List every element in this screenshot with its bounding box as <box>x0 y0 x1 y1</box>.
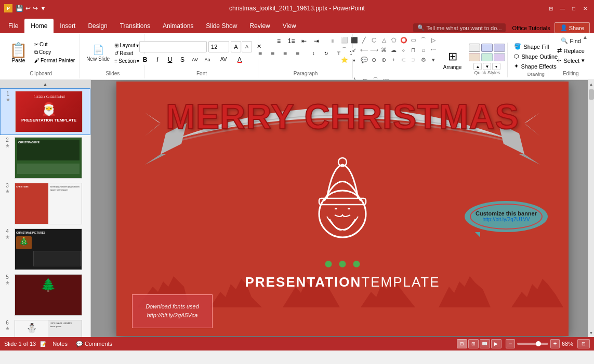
style-down-button[interactable]: ▼ <box>483 63 491 70</box>
bullets-button[interactable]: ≡ <box>273 35 285 47</box>
underline-button[interactable]: U <box>164 54 176 65</box>
reset-button[interactable]: ↺ Reset <box>113 50 141 57</box>
shape-item[interactable]: ▷ <box>429 35 438 45</box>
strikethrough-button[interactable]: S <box>177 54 188 65</box>
scroll-thumb[interactable] <box>589 89 594 100</box>
shape-item[interactable]: ⟶ <box>369 45 379 55</box>
shape-item[interactable]: ⭕ <box>399 35 408 45</box>
decrease-font-size-button[interactable]: A <box>242 41 252 52</box>
shape-item[interactable]: ⬧ <box>350 55 359 64</box>
shape-more[interactable]: ▾ <box>429 55 438 64</box>
office-tutorials-link[interactable]: Office Tutorials <box>512 25 550 31</box>
tab-insert[interactable]: Insert <box>54 19 82 33</box>
new-slide-button[interactable]: 📄 New Slide <box>84 43 112 63</box>
redo-icon[interactable]: ↪ <box>33 5 38 12</box>
character-spacing-button[interactable]: AV <box>218 54 229 65</box>
slide-thumbnail-2[interactable]: 2 ★ CHRISTMAS EVE <box>0 135 90 181</box>
slide-thumbnail-4[interactable]: 4 ★ CHRISTMAS PICTURES 🎄 <box>0 226 90 272</box>
small-caps-button[interactable]: AV <box>189 54 201 65</box>
minimize-button[interactable]: — <box>558 4 567 13</box>
align-left-button[interactable]: ≡ <box>255 48 266 59</box>
zoom-in-button[interactable]: + <box>550 339 560 348</box>
slide-area-scrollbar[interactable]: ▲ ▼ <box>588 80 594 337</box>
tab-view[interactable]: View <box>276 19 302 33</box>
shape-item[interactable]: ⬠ <box>389 35 399 45</box>
bold-button[interactable]: B <box>139 54 151 65</box>
decrease-indent-button[interactable]: ⇤ <box>298 35 310 47</box>
select-button[interactable]: ⊹ Select ▾ <box>553 56 588 65</box>
shape-item[interactable]: ⬜ <box>340 35 349 45</box>
shape-item[interactable]: ⌂ <box>419 45 428 55</box>
font-size-input[interactable] <box>208 41 229 52</box>
slide-sorter-button[interactable]: ⊞ <box>468 339 479 348</box>
tab-design[interactable]: Design <box>82 19 113 33</box>
justify-button[interactable]: ≡ <box>292 48 303 59</box>
undo-icon[interactable]: ↩ <box>25 5 31 12</box>
window-mode-button[interactable]: ⊟ <box>546 4 556 13</box>
shape-item[interactable]: ⬛ <box>350 35 359 45</box>
copy-button[interactable]: ⧉ Copy <box>33 49 76 56</box>
find-button[interactable]: 🔍 Find <box>558 36 584 45</box>
fit-to-window-button[interactable]: ⊡ <box>577 339 590 348</box>
tab-animations[interactable]: Animations <box>156 19 200 33</box>
shape-item[interactable]: △ <box>379 35 389 45</box>
shape-item[interactable]: ⊃ <box>409 55 418 64</box>
shape-item[interactable]: ↙ <box>350 45 359 55</box>
shape-item[interactable]: ⬡ <box>369 35 379 45</box>
callout-link[interactable]: http://bit.ly/2q7U1VV <box>482 217 530 222</box>
slideshow-button[interactable]: ▶ <box>491 339 501 348</box>
tab-file[interactable]: File <box>2 19 24 33</box>
normal-view-button[interactable]: ⊟ <box>457 339 467 348</box>
ribbon-collapse-button[interactable]: ▲ <box>583 34 588 40</box>
line-spacing-button[interactable]: ↕ <box>308 48 320 59</box>
increase-indent-button[interactable]: ⇥ <box>311 35 322 47</box>
shape-item[interactable]: ╱ <box>360 35 369 45</box>
replace-button[interactable]: ⇄ Replace <box>554 46 588 55</box>
align-right-button[interactable]: ≡ <box>280 48 291 59</box>
tab-review[interactable]: Review <box>243 19 276 33</box>
shape-item[interactable]: ⌒ <box>340 45 349 55</box>
shape-item[interactable]: ⌒ <box>419 35 428 45</box>
shape-item[interactable]: ⬭ <box>409 35 418 45</box>
style-item[interactable] <box>481 44 493 52</box>
customize-qat-icon[interactable]: ▼ <box>40 5 46 12</box>
comments-button[interactable]: 💬 Comments <box>74 340 114 348</box>
italic-button[interactable]: I <box>152 54 163 65</box>
shape-item[interactable]: ⬦ <box>399 45 408 55</box>
cut-button[interactable]: ✂ Cut <box>33 41 76 48</box>
slide-thumbnail-3[interactable]: 3 ★ CHRISTMAS lorem ipsum lorem ipsum lo… <box>0 181 90 226</box>
slide-area-scroll-down[interactable]: ▼ <box>588 329 594 337</box>
slide-area-scroll-up[interactable]: ▲ <box>588 80 594 88</box>
style-item[interactable] <box>494 44 505 52</box>
shape-item[interactable]: ⚙ <box>419 55 428 64</box>
shape-item[interactable]: + <box>389 55 399 64</box>
customize-callout[interactable]: Customize this banner http://bit.ly/2q7U… <box>465 201 548 232</box>
shape-item[interactable]: ⟵ <box>360 45 369 55</box>
notes-button[interactable]: Notes <box>50 340 70 348</box>
shape-item[interactable]: ⭐ <box>340 55 349 64</box>
shape-item[interactable]: ⊕ <box>379 55 389 64</box>
slide-thumbnail-5[interactable]: 5 ★ 🌲 <box>0 272 90 318</box>
layout-button[interactable]: ⊞ Layout ▾ <box>113 42 141 49</box>
close-button[interactable]: ✕ <box>580 4 590 13</box>
shape-item[interactable]: ⬸ <box>429 45 438 55</box>
shape-item[interactable]: ⊂ <box>399 55 408 64</box>
style-item[interactable] <box>494 53 505 61</box>
slide-thumbnail-1[interactable]: 1 ★ MERRY CHRISTMAS PRESENTATION TEMPLAT… <box>0 88 90 135</box>
slide-thumbnail-6[interactable]: 6 ★ ⛄ I SPY IMAGE LIBRARYlorem ipsum <box>0 318 90 337</box>
style-item[interactable] <box>481 53 493 61</box>
tab-transitions[interactable]: Transitions <box>114 19 156 33</box>
panel-scroll-up[interactable]: ▲ <box>0 80 90 88</box>
change-case-button[interactable]: Aa <box>202 54 213 65</box>
style-up-button[interactable]: ▲ <box>473 63 482 70</box>
align-center-button[interactable]: ≡ <box>267 48 279 59</box>
zoom-slider[interactable] <box>517 343 548 345</box>
increase-font-size-button[interactable]: A <box>231 41 241 52</box>
shape-item[interactable]: ⌘ <box>379 45 389 55</box>
share-button[interactable]: 👤 Share <box>555 22 590 33</box>
zoom-slider-thumb[interactable] <box>536 341 541 346</box>
shape-item[interactable]: 💬 <box>360 55 369 64</box>
numbering-button[interactable]: 1≡ <box>286 35 297 47</box>
shape-item[interactable]: ⊓ <box>409 45 418 55</box>
tell-me-placeholder[interactable]: Tell me what you want to do... <box>427 25 502 31</box>
